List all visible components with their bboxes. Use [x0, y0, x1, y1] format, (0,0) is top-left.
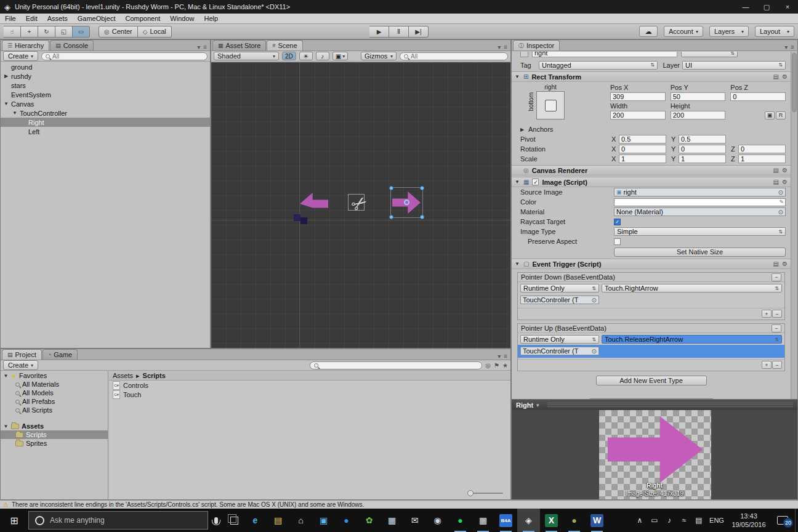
- 2d-toggle-button[interactable]: 2D: [282, 52, 296, 60]
- space-toggle-button[interactable]: ◇Local: [138, 26, 172, 38]
- foldout-icon[interactable]: ▼: [515, 261, 520, 267]
- step-button[interactable]: ▶|: [409, 26, 429, 38]
- menu-item[interactable]: Assets: [42, 15, 73, 22]
- pivot-x-field[interactable]: 0.5: [619, 135, 666, 143]
- tab-inspector[interactable]: ⓘInspector: [513, 40, 560, 50]
- object-picker-icon[interactable]: ⊙: [592, 348, 597, 355]
- reference-icon[interactable]: ▤: [773, 167, 779, 174]
- hierarchy-item[interactable]: Right: [1, 118, 210, 127]
- leaf-app-icon[interactable]: ✿: [358, 509, 381, 532]
- microphone-button[interactable]: [208, 509, 224, 532]
- hierarchy-item[interactable]: ▼ TouchController: [1, 108, 210, 118]
- rect-transform-header[interactable]: ▼ ⊞ Rect Transform ▤⚙: [512, 71, 791, 82]
- audio-jack-icon[interactable]: ≈: [677, 516, 691, 525]
- hierarchy-item[interactable]: Left: [1, 127, 210, 136]
- panel-menu-icon[interactable]: ≡: [791, 44, 794, 50]
- rotate-tool-button[interactable]: ↻: [38, 26, 55, 38]
- hand-tool-button[interactable]: ☝: [4, 26, 21, 38]
- anchor-preset-widget[interactable]: [536, 91, 565, 119]
- mail-icon[interactable]: ✉: [403, 509, 426, 532]
- foldout-icon[interactable]: ▼: [12, 110, 18, 116]
- ground-tile-sprite[interactable]: [294, 214, 300, 221]
- file-explorer-icon[interactable]: ▤: [267, 509, 289, 532]
- pivot-y-field[interactable]: 0.5: [679, 135, 726, 143]
- add-callback-button[interactable]: +: [762, 361, 772, 369]
- show-desktop-button[interactable]: [795, 509, 798, 532]
- preserve-aspect-checkbox[interactable]: [614, 238, 621, 245]
- component-enabled-checkbox[interactable]: [532, 179, 539, 185]
- gear-icon[interactable]: ⚙: [782, 179, 788, 185]
- pivot-toggle-button[interactable]: ◎Center: [99, 26, 138, 38]
- pivot-handle[interactable]: [404, 200, 409, 205]
- right-arrow-selection[interactable]: [390, 187, 423, 218]
- image-type-dropdown[interactable]: Simple⇅: [614, 227, 786, 236]
- favorites-root[interactable]: ▼ ★ Favorites: [1, 371, 108, 380]
- account-dropdown[interactable]: Account▾: [664, 26, 703, 37]
- create-button[interactable]: Create▾: [3, 51, 38, 61]
- hierarchy-item[interactable]: ▼ Canvas: [1, 99, 210, 108]
- scrollbar-thumb[interactable]: [792, 53, 797, 112]
- hierarchy-item[interactable]: stars: [1, 81, 210, 90]
- remove-event-button[interactable]: −: [772, 273, 781, 281]
- create-button[interactable]: Create▾: [3, 360, 38, 370]
- rotation-z-field[interactable]: 0: [738, 145, 786, 153]
- scale-z-field[interactable]: 1: [738, 155, 786, 163]
- panel-menu-icon[interactable]: ≡: [504, 353, 507, 360]
- scale-x-field[interactable]: 1: [619, 155, 666, 163]
- ground-tile-sprite[interactable]: [300, 217, 307, 224]
- status-bar[interactable]: ⚠ There are inconsistent line endings in…: [0, 500, 798, 509]
- gear-icon[interactable]: ⚙: [782, 260, 788, 267]
- calculator-icon[interactable]: ▦: [381, 509, 403, 532]
- gameobject-name-field[interactable]: right: [532, 52, 677, 57]
- panel-dropdown-icon[interactable]: ▾: [784, 44, 788, 50]
- scene-viewport[interactable]: ✂: [211, 62, 510, 348]
- breadcrumb-current[interactable]: Scripts: [143, 372, 166, 379]
- favorites-item[interactable]: All Prefabs: [1, 397, 108, 406]
- hierarchy-item[interactable]: ▶ rushdy: [1, 71, 210, 81]
- reference-icon[interactable]: ▤: [773, 260, 779, 267]
- cortana-search[interactable]: [28, 511, 208, 530]
- foldout-icon[interactable]: ▼: [515, 179, 520, 185]
- static-dropdown[interactable]: ⇅: [681, 52, 738, 57]
- move-tool-button[interactable]: +: [21, 26, 38, 38]
- project-folder[interactable]: Scripts: [1, 430, 108, 439]
- rotation-y-field[interactable]: 0: [679, 145, 726, 153]
- action-center-button[interactable]: 20: [770, 509, 795, 532]
- panel-dropdown-icon[interactable]: ▾: [498, 353, 501, 360]
- layout-dropdown[interactable]: Layout▾: [755, 26, 794, 37]
- tab-asset-store[interactable]: ▦Asset Store: [212, 40, 266, 50]
- hierarchy-item[interactable]: ground: [1, 62, 210, 71]
- minimize-button[interactable]: —: [735, 0, 756, 14]
- play-button[interactable]: ▶: [369, 26, 389, 38]
- set-native-size-button[interactable]: Set Native Size: [614, 248, 786, 257]
- tab-console[interactable]: ▤Console: [50, 40, 94, 50]
- breadcrumb-root[interactable]: Assets: [113, 372, 133, 379]
- close-button[interactable]: ×: [777, 0, 798, 14]
- scene-audio-button[interactable]: ♪: [316, 52, 329, 60]
- gear-icon[interactable]: ⚙: [782, 167, 788, 174]
- foldout-icon[interactable]: ▶: [520, 127, 526, 132]
- reference-icon[interactable]: ▤: [773, 73, 779, 80]
- pos-y-field[interactable]: 50: [671, 92, 726, 101]
- keyboard-icon[interactable]: ▤: [691, 516, 706, 525]
- preview-resize-grip[interactable]: [547, 403, 793, 407]
- width-field[interactable]: 200: [610, 111, 666, 119]
- start-button[interactable]: ⊞: [0, 509, 28, 532]
- tag-dropdown[interactable]: Untagged⇅: [539, 61, 658, 70]
- event-mode-dropdown[interactable]: Runtime Only⇅: [520, 335, 599, 344]
- rect-tool-button[interactable]: ▭: [73, 26, 90, 38]
- reference-icon[interactable]: ▤: [773, 179, 779, 185]
- material-field[interactable]: None (Material) ⊙: [614, 208, 786, 216]
- panel-dropdown-icon[interactable]: ▾: [197, 44, 200, 50]
- event-callback-dropdown[interactable]: Touch.ReleaseRightArrow⇅: [602, 335, 782, 344]
- foldout-icon[interactable]: ▼: [3, 101, 9, 107]
- remove-callback-button[interactable]: −: [772, 310, 782, 318]
- favorites-item[interactable]: All Scripts: [1, 406, 108, 414]
- project-search-input[interactable]: [310, 361, 482, 369]
- hierarchy-search-input[interactable]: All: [41, 52, 208, 60]
- hierarchy-item[interactable]: EventSystem: [1, 90, 210, 99]
- scene-search-input[interactable]: All: [400, 52, 508, 60]
- search-by-label-icon[interactable]: ⚑: [494, 362, 499, 369]
- project-file[interactable]: C# Touch: [109, 390, 510, 399]
- word-icon[interactable]: W: [586, 509, 608, 532]
